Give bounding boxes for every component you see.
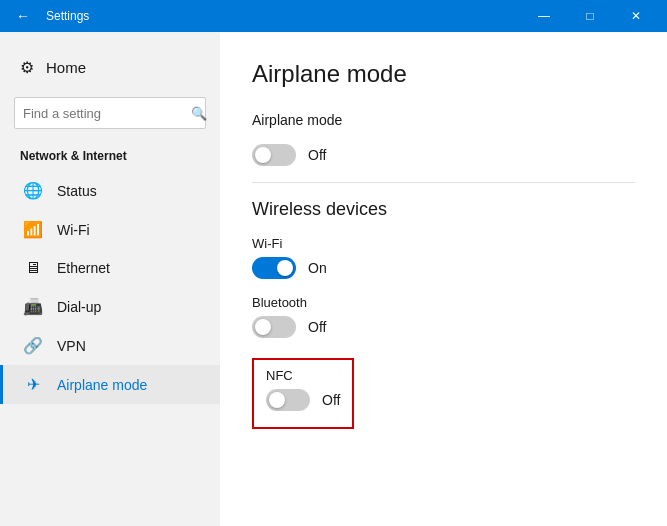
main-layout: ⚙ Home 🔍 Network & Internet 🌐 Status 📶 W… xyxy=(0,32,667,526)
sidebar-item-label: Ethernet xyxy=(57,260,110,276)
nfc-toggle[interactable] xyxy=(266,389,310,411)
wifi-icon: 📶 xyxy=(23,220,43,239)
section-divider xyxy=(252,182,635,183)
device-item-bluetooth: Bluetooth Off xyxy=(252,295,635,338)
wifi-toggle-row: On xyxy=(252,257,635,279)
sidebar-item-label: Dial-up xyxy=(57,299,101,315)
airplane-icon: ✈ xyxy=(23,375,43,394)
bluetooth-toggle-label: Off xyxy=(308,319,326,335)
search-icon: 🔍 xyxy=(191,106,207,121)
sidebar-item-label: Status xyxy=(57,183,97,199)
nfc-highlight-box: NFC Off xyxy=(252,358,354,429)
sidebar-item-ethernet[interactable]: 🖥 Ethernet xyxy=(0,249,220,287)
device-name-nfc: NFC xyxy=(266,368,340,383)
airplane-mode-toggle-row: Off xyxy=(252,144,635,166)
sidebar-item-label: Wi-Fi xyxy=(57,222,90,238)
sidebar-item-wifi[interactable]: 📶 Wi-Fi xyxy=(0,210,220,249)
app-title: Settings xyxy=(38,9,521,23)
ethernet-icon: 🖥 xyxy=(23,259,43,277)
toggle-thumb xyxy=(255,147,271,163)
airplane-mode-toggle[interactable] xyxy=(252,144,296,166)
nfc-toggle-label: Off xyxy=(322,392,340,408)
vpn-icon: 🔗 xyxy=(23,336,43,355)
dialup-icon: 📠 xyxy=(23,297,43,316)
airplane-mode-subtitle: Airplane mode xyxy=(252,112,635,128)
window-controls: — □ ✕ xyxy=(521,0,659,32)
status-icon: 🌐 xyxy=(23,181,43,200)
toggle-thumb xyxy=(255,319,271,335)
home-label: Home xyxy=(46,59,86,76)
minimize-button[interactable]: — xyxy=(521,0,567,32)
back-button[interactable]: ← xyxy=(8,4,38,28)
search-box[interactable]: 🔍 xyxy=(14,97,206,129)
home-icon: ⚙ xyxy=(20,58,34,77)
sidebar-item-airplane[interactable]: ✈ Airplane mode xyxy=(0,365,220,404)
wifi-toggle-label: On xyxy=(308,260,327,276)
search-input[interactable] xyxy=(23,106,191,121)
maximize-button[interactable]: □ xyxy=(567,0,613,32)
toggle-thumb xyxy=(277,260,293,276)
bluetooth-toggle[interactable] xyxy=(252,316,296,338)
sidebar-item-dialup[interactable]: 📠 Dial-up xyxy=(0,287,220,326)
sidebar-item-label: Airplane mode xyxy=(57,377,147,393)
wifi-toggle[interactable] xyxy=(252,257,296,279)
content-area: Airplane mode Airplane mode Off Wireless… xyxy=(220,32,667,526)
sidebar-item-vpn[interactable]: 🔗 VPN xyxy=(0,326,220,365)
sidebar-item-home[interactable]: ⚙ Home xyxy=(0,48,220,87)
sidebar-item-status[interactable]: 🌐 Status xyxy=(0,171,220,210)
close-button[interactable]: ✕ xyxy=(613,0,659,32)
sidebar-item-label: VPN xyxy=(57,338,86,354)
nfc-toggle-row: Off xyxy=(266,389,340,411)
toggle-thumb xyxy=(269,392,285,408)
device-name-wifi: Wi-Fi xyxy=(252,236,635,251)
sidebar: ⚙ Home 🔍 Network & Internet 🌐 Status 📶 W… xyxy=(0,32,220,526)
sidebar-section-label: Network & Internet xyxy=(0,145,220,171)
device-item-nfc: NFC Off xyxy=(252,354,635,429)
wireless-section-title: Wireless devices xyxy=(252,199,635,220)
device-item-wifi: Wi-Fi On xyxy=(252,236,635,279)
airplane-mode-toggle-label: Off xyxy=(308,147,326,163)
bluetooth-toggle-row: Off xyxy=(252,316,635,338)
page-title: Airplane mode xyxy=(252,60,635,88)
title-bar: ← Settings — □ ✕ xyxy=(0,0,667,32)
device-name-bluetooth: Bluetooth xyxy=(252,295,635,310)
